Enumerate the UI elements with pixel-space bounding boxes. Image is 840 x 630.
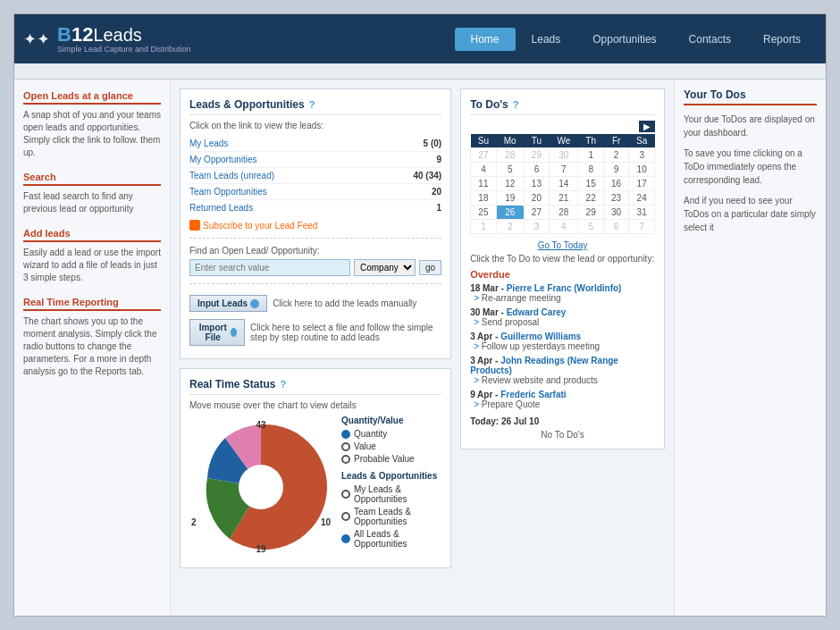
search-type-select[interactable]: Company: [354, 259, 416, 276]
filter-label: Team Leads & Opportunities: [354, 507, 441, 526]
legend-item[interactable]: Value: [341, 441, 441, 451]
calendar-day[interactable]: 2: [496, 220, 524, 234]
calendar-day[interactable]: 19: [496, 191, 524, 206]
todo-link[interactable]: Guillermo Williams: [500, 332, 581, 341]
calendar-day[interactable]: 4: [471, 163, 497, 177]
nav-leads[interactable]: Leads: [516, 28, 577, 51]
sidebar-title-real-time[interactable]: Real Time Reporting: [23, 297, 161, 311]
calendar-day[interactable]: 1: [578, 148, 603, 163]
calendar-next-button[interactable]: ▶: [639, 121, 655, 132]
calendar-day[interactable]: 4: [550, 220, 578, 234]
calendar-day[interactable]: 3: [629, 148, 655, 163]
calendar-day[interactable]: 30: [550, 148, 578, 163]
todo-link[interactable]: John Readings (New Range Products): [470, 356, 618, 375]
todo-action[interactable]: Re-arrange meeting: [470, 293, 655, 303]
calendar-day[interactable]: 14: [550, 177, 578, 191]
calendar-day[interactable]: 28: [496, 148, 524, 163]
leads-row-label[interactable]: Returned Leads: [189, 203, 253, 213]
import-file-row: Import File Click here to select a file …: [189, 315, 441, 349]
filter-item[interactable]: Team Leads & Opportunities: [341, 507, 441, 526]
calendar-day[interactable]: 10: [629, 163, 655, 177]
calendar-day[interactable]: 8: [578, 163, 603, 177]
sidebar-title-search[interactable]: Search: [23, 172, 161, 186]
goto-today-link[interactable]: Go To Today: [538, 240, 588, 250]
calendar-day[interactable]: 15: [578, 177, 603, 191]
todo-action[interactable]: Review website and products: [470, 375, 655, 385]
calendar-day[interactable]: 13: [524, 177, 549, 191]
nav-reports[interactable]: Reports: [747, 28, 817, 51]
calendar-day[interactable]: 23: [603, 191, 628, 206]
calendar-day[interactable]: 5: [496, 163, 524, 177]
leads-row-label[interactable]: Team Leads (unread): [189, 171, 274, 181]
calendar-day[interactable]: 6: [603, 220, 628, 234]
your-todos-title: Your To Dos: [684, 88, 817, 105]
nav-opportunities[interactable]: Opportunities: [576, 28, 672, 51]
todos-section: To Do's ? ▶ SuMoTuWeThFrSa: [460, 88, 665, 449]
calendar-day[interactable]: 6: [524, 163, 549, 177]
feed-link[interactable]: Subscribe to your Lead Feed: [189, 220, 441, 231]
sidebar-title-add-leads[interactable]: Add leads: [23, 228, 161, 242]
calendar-day[interactable]: 12: [496, 177, 524, 191]
calendar-day[interactable]: 2: [603, 148, 628, 163]
leads-row-count: 40 (34): [413, 171, 441, 181]
todo-date-name: 3 Apr - John Readings (New Range Product…: [470, 356, 655, 375]
leads-row-count: 5 (0): [424, 139, 442, 148]
today-section: Today: 26 Jul 10 No To Do's: [470, 416, 655, 440]
calendar-day[interactable]: 7: [629, 220, 655, 234]
search-input[interactable]: [189, 259, 350, 276]
calendar-day[interactable]: 26: [496, 206, 524, 220]
todo-date-name: 3 Apr - Guillermo Williams: [470, 332, 655, 341]
sidebar-text-real-time: The chart shows you up to the moment ana…: [23, 315, 161, 378]
calendar-day[interactable]: 5: [578, 220, 603, 234]
calendar-day[interactable]: 27: [471, 148, 497, 163]
todo-item: 30 Mar - Edward CareySend proposal: [470, 307, 655, 327]
calendar-day[interactable]: 29: [578, 206, 603, 220]
calendar-day[interactable]: 31: [629, 206, 655, 220]
todo-link[interactable]: Frederic Sarfati: [500, 390, 566, 399]
todo-action[interactable]: Follow up yesterdays meeting: [470, 341, 655, 351]
todo-link[interactable]: Edward Carey: [507, 307, 567, 317]
calendar-day[interactable]: 28: [550, 206, 578, 220]
todo-link[interactable]: Pierre Le Franc (Worldinfo): [507, 283, 622, 293]
calendar-day[interactable]: 25: [471, 206, 497, 220]
nav-contacts[interactable]: Contacts: [673, 28, 747, 51]
calendar-day[interactable]: 16: [603, 177, 628, 191]
calendar-day[interactable]: 30: [603, 206, 628, 220]
calendar-day[interactable]: 11: [471, 177, 497, 191]
calendar-day[interactable]: 29: [524, 148, 549, 163]
calendar-header: Sa: [629, 134, 655, 148]
todo-date-name: 9 Apr - Frederic Sarfati: [470, 390, 655, 399]
leads-row-label[interactable]: My Leads: [189, 139, 228, 148]
nav-area: Home Leads Opportunities Contacts Report…: [256, 28, 817, 51]
calendar-day[interactable]: 3: [524, 220, 549, 234]
todo-action[interactable]: Prepare Quote: [470, 399, 655, 409]
help-icon-rts[interactable]: ?: [280, 379, 286, 390]
calendar-day[interactable]: 27: [524, 206, 549, 220]
calendar-day[interactable]: 9: [603, 163, 628, 177]
import-file-button[interactable]: Import File: [189, 319, 245, 346]
go-button[interactable]: go: [419, 260, 441, 275]
todo-action[interactable]: Send proposal: [470, 317, 655, 327]
legend-label: Value: [354, 441, 376, 451]
help-icon-todos[interactable]: ?: [513, 99, 519, 110]
calendar-day[interactable]: 17: [629, 177, 655, 191]
filter-item[interactable]: My Leads & Opportunities: [341, 484, 441, 504]
legend-item[interactable]: Quantity: [341, 429, 441, 439]
leads-row: My Leads5 (0): [189, 136, 441, 152]
help-icon-leads[interactable]: ?: [309, 99, 315, 110]
calendar-day[interactable]: 21: [550, 191, 578, 206]
calendar-day[interactable]: 20: [524, 191, 549, 206]
legend-item[interactable]: Probable Value: [341, 454, 441, 464]
input-leads-button[interactable]: Input Leads: [189, 295, 267, 312]
calendar-day[interactable]: 7: [550, 163, 578, 177]
real-time-status-section: Real Time Status ? Move mouse over the c…: [180, 368, 451, 568]
calendar-day[interactable]: 24: [629, 191, 655, 206]
calendar-day[interactable]: 18: [471, 191, 497, 206]
calendar-day[interactable]: 1: [471, 220, 497, 234]
nav-home[interactable]: Home: [455, 28, 516, 51]
calendar-day[interactable]: 22: [578, 191, 603, 206]
filter-item[interactable]: All Leads & Opportunities: [341, 529, 441, 549]
leads-row-label[interactable]: Team Opportunities: [189, 187, 267, 197]
leads-row-label[interactable]: My Opportunities: [189, 155, 257, 164]
sidebar-title-open-leads[interactable]: Open Leads at a glance: [23, 90, 161, 105]
